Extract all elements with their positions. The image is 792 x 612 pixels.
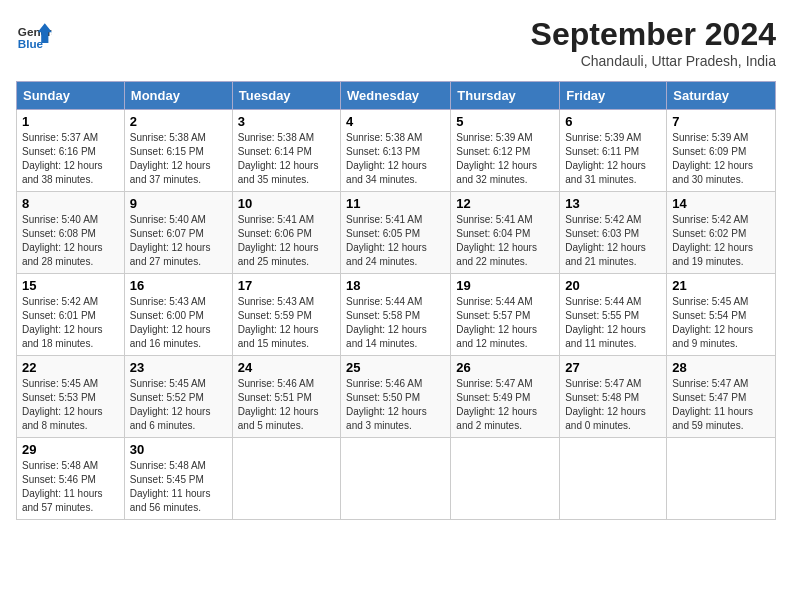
column-headers: SundayMondayTuesdayWednesdayThursdayFrid… — [17, 82, 776, 110]
week-row-4: 22Sunrise: 5:45 AM Sunset: 5:53 PM Dayli… — [17, 356, 776, 438]
cell-details: Sunrise: 5:42 AM Sunset: 6:02 PM Dayligh… — [672, 213, 770, 269]
cell-details: Sunrise: 5:38 AM Sunset: 6:13 PM Dayligh… — [346, 131, 445, 187]
calendar-cell: 15Sunrise: 5:42 AM Sunset: 6:01 PM Dayli… — [17, 274, 125, 356]
calendar-cell: 5Sunrise: 5:39 AM Sunset: 6:12 PM Daylig… — [451, 110, 560, 192]
calendar-table: SundayMondayTuesdayWednesdayThursdayFrid… — [16, 81, 776, 520]
calendar-cell: 16Sunrise: 5:43 AM Sunset: 6:00 PM Dayli… — [124, 274, 232, 356]
location-subtitle: Chandauli, Uttar Pradesh, India — [531, 53, 776, 69]
calendar-cell — [451, 438, 560, 520]
calendar-cell: 9Sunrise: 5:40 AM Sunset: 6:07 PM Daylig… — [124, 192, 232, 274]
cell-details: Sunrise: 5:42 AM Sunset: 6:03 PM Dayligh… — [565, 213, 661, 269]
calendar-cell: 14Sunrise: 5:42 AM Sunset: 6:02 PM Dayli… — [667, 192, 776, 274]
cell-details: Sunrise: 5:47 AM Sunset: 5:49 PM Dayligh… — [456, 377, 554, 433]
month-title: September 2024 — [531, 16, 776, 53]
calendar-cell: 13Sunrise: 5:42 AM Sunset: 6:03 PM Dayli… — [560, 192, 667, 274]
column-header-sunday: Sunday — [17, 82, 125, 110]
title-block: September 2024 Chandauli, Uttar Pradesh,… — [531, 16, 776, 69]
calendar-cell: 7Sunrise: 5:39 AM Sunset: 6:09 PM Daylig… — [667, 110, 776, 192]
column-header-wednesday: Wednesday — [341, 82, 451, 110]
calendar-cell — [560, 438, 667, 520]
week-row-2: 8Sunrise: 5:40 AM Sunset: 6:08 PM Daylig… — [17, 192, 776, 274]
day-number: 22 — [22, 360, 119, 375]
day-number: 29 — [22, 442, 119, 457]
calendar-cell: 19Sunrise: 5:44 AM Sunset: 5:57 PM Dayli… — [451, 274, 560, 356]
cell-details: Sunrise: 5:44 AM Sunset: 5:58 PM Dayligh… — [346, 295, 445, 351]
day-number: 27 — [565, 360, 661, 375]
calendar-cell: 20Sunrise: 5:44 AM Sunset: 5:55 PM Dayli… — [560, 274, 667, 356]
cell-details: Sunrise: 5:38 AM Sunset: 6:15 PM Dayligh… — [130, 131, 227, 187]
cell-details: Sunrise: 5:39 AM Sunset: 6:12 PM Dayligh… — [456, 131, 554, 187]
cell-details: Sunrise: 5:41 AM Sunset: 6:05 PM Dayligh… — [346, 213, 445, 269]
column-header-thursday: Thursday — [451, 82, 560, 110]
cell-details: Sunrise: 5:45 AM Sunset: 5:54 PM Dayligh… — [672, 295, 770, 351]
calendar-cell: 29Sunrise: 5:48 AM Sunset: 5:46 PM Dayli… — [17, 438, 125, 520]
cell-details: Sunrise: 5:41 AM Sunset: 6:06 PM Dayligh… — [238, 213, 335, 269]
day-number: 14 — [672, 196, 770, 211]
column-header-monday: Monday — [124, 82, 232, 110]
cell-details: Sunrise: 5:39 AM Sunset: 6:09 PM Dayligh… — [672, 131, 770, 187]
day-number: 30 — [130, 442, 227, 457]
cell-details: Sunrise: 5:43 AM Sunset: 5:59 PM Dayligh… — [238, 295, 335, 351]
logo-icon: General Blue — [16, 16, 52, 52]
calendar-cell: 12Sunrise: 5:41 AM Sunset: 6:04 PM Dayli… — [451, 192, 560, 274]
calendar-cell: 2Sunrise: 5:38 AM Sunset: 6:15 PM Daylig… — [124, 110, 232, 192]
calendar-cell: 11Sunrise: 5:41 AM Sunset: 6:05 PM Dayli… — [341, 192, 451, 274]
day-number: 26 — [456, 360, 554, 375]
calendar-body: 1Sunrise: 5:37 AM Sunset: 6:16 PM Daylig… — [17, 110, 776, 520]
day-number: 10 — [238, 196, 335, 211]
cell-details: Sunrise: 5:43 AM Sunset: 6:00 PM Dayligh… — [130, 295, 227, 351]
day-number: 24 — [238, 360, 335, 375]
calendar-cell: 25Sunrise: 5:46 AM Sunset: 5:50 PM Dayli… — [341, 356, 451, 438]
cell-details: Sunrise: 5:47 AM Sunset: 5:47 PM Dayligh… — [672, 377, 770, 433]
day-number: 12 — [456, 196, 554, 211]
cell-details: Sunrise: 5:37 AM Sunset: 6:16 PM Dayligh… — [22, 131, 119, 187]
day-number: 18 — [346, 278, 445, 293]
week-row-1: 1Sunrise: 5:37 AM Sunset: 6:16 PM Daylig… — [17, 110, 776, 192]
page-header: General Blue September 2024 Chandauli, U… — [16, 16, 776, 69]
day-number: 25 — [346, 360, 445, 375]
cell-details: Sunrise: 5:42 AM Sunset: 6:01 PM Dayligh… — [22, 295, 119, 351]
calendar-cell — [667, 438, 776, 520]
day-number: 11 — [346, 196, 445, 211]
cell-details: Sunrise: 5:41 AM Sunset: 6:04 PM Dayligh… — [456, 213, 554, 269]
calendar-cell: 18Sunrise: 5:44 AM Sunset: 5:58 PM Dayli… — [341, 274, 451, 356]
day-number: 9 — [130, 196, 227, 211]
cell-details: Sunrise: 5:45 AM Sunset: 5:52 PM Dayligh… — [130, 377, 227, 433]
day-number: 6 — [565, 114, 661, 129]
calendar-cell: 4Sunrise: 5:38 AM Sunset: 6:13 PM Daylig… — [341, 110, 451, 192]
day-number: 15 — [22, 278, 119, 293]
calendar-cell: 28Sunrise: 5:47 AM Sunset: 5:47 PM Dayli… — [667, 356, 776, 438]
week-row-5: 29Sunrise: 5:48 AM Sunset: 5:46 PM Dayli… — [17, 438, 776, 520]
logo: General Blue — [16, 16, 52, 52]
week-row-3: 15Sunrise: 5:42 AM Sunset: 6:01 PM Dayli… — [17, 274, 776, 356]
day-number: 13 — [565, 196, 661, 211]
day-number: 8 — [22, 196, 119, 211]
cell-details: Sunrise: 5:47 AM Sunset: 5:48 PM Dayligh… — [565, 377, 661, 433]
calendar-cell: 17Sunrise: 5:43 AM Sunset: 5:59 PM Dayli… — [232, 274, 340, 356]
cell-details: Sunrise: 5:44 AM Sunset: 5:55 PM Dayligh… — [565, 295, 661, 351]
day-number: 21 — [672, 278, 770, 293]
day-number: 23 — [130, 360, 227, 375]
calendar-cell: 1Sunrise: 5:37 AM Sunset: 6:16 PM Daylig… — [17, 110, 125, 192]
day-number: 20 — [565, 278, 661, 293]
day-number: 17 — [238, 278, 335, 293]
calendar-cell: 22Sunrise: 5:45 AM Sunset: 5:53 PM Dayli… — [17, 356, 125, 438]
calendar-cell: 24Sunrise: 5:46 AM Sunset: 5:51 PM Dayli… — [232, 356, 340, 438]
cell-details: Sunrise: 5:48 AM Sunset: 5:45 PM Dayligh… — [130, 459, 227, 515]
calendar-cell: 10Sunrise: 5:41 AM Sunset: 6:06 PM Dayli… — [232, 192, 340, 274]
column-header-tuesday: Tuesday — [232, 82, 340, 110]
calendar-cell: 27Sunrise: 5:47 AM Sunset: 5:48 PM Dayli… — [560, 356, 667, 438]
calendar-cell: 23Sunrise: 5:45 AM Sunset: 5:52 PM Dayli… — [124, 356, 232, 438]
day-number: 7 — [672, 114, 770, 129]
cell-details: Sunrise: 5:48 AM Sunset: 5:46 PM Dayligh… — [22, 459, 119, 515]
calendar-cell: 3Sunrise: 5:38 AM Sunset: 6:14 PM Daylig… — [232, 110, 340, 192]
calendar-cell: 26Sunrise: 5:47 AM Sunset: 5:49 PM Dayli… — [451, 356, 560, 438]
cell-details: Sunrise: 5:40 AM Sunset: 6:07 PM Dayligh… — [130, 213, 227, 269]
cell-details: Sunrise: 5:39 AM Sunset: 6:11 PM Dayligh… — [565, 131, 661, 187]
day-number: 19 — [456, 278, 554, 293]
day-number: 5 — [456, 114, 554, 129]
cell-details: Sunrise: 5:38 AM Sunset: 6:14 PM Dayligh… — [238, 131, 335, 187]
calendar-cell: 6Sunrise: 5:39 AM Sunset: 6:11 PM Daylig… — [560, 110, 667, 192]
day-number: 2 — [130, 114, 227, 129]
day-number: 16 — [130, 278, 227, 293]
